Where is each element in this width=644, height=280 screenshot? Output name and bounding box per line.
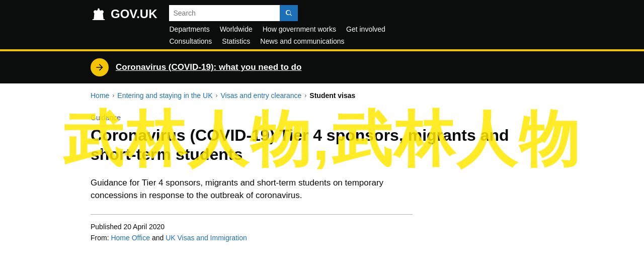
- breadcrumb-item-home: Home ›: [91, 91, 114, 100]
- breadcrumb-current: Student visas: [309, 91, 355, 100]
- page-description: Guidance for Tier 4 sponsors, migrants a…: [91, 176, 413, 202]
- from-meta: From: Home Office and UK Visas and Immig…: [91, 234, 553, 242]
- breadcrumb-item-entering: Entering and staying in the UK ›: [117, 91, 217, 100]
- chevron-icon: ›: [304, 92, 306, 99]
- nav-departments[interactable]: Departments: [169, 25, 209, 33]
- site-header: GOV.UK Departments Worldwide How governm…: [0, 0, 644, 51]
- from-home-office[interactable]: Home Office: [111, 234, 150, 242]
- search-nav-area: Departments Worldwide How government wor…: [169, 5, 553, 49]
- content-divider: [91, 214, 413, 215]
- svg-point-1: [98, 8, 99, 10]
- breadcrumb-item-visas: Visas and entry clearance ›: [220, 91, 306, 100]
- search-input[interactable]: [169, 5, 280, 21]
- nav-statistics[interactable]: Statistics: [222, 37, 250, 45]
- published-meta: Published 20 April 2020: [91, 223, 553, 231]
- gov-uk-logo[interactable]: GOV.UK: [91, 5, 157, 21]
- main-nav: Departments Worldwide How government wor…: [169, 25, 553, 37]
- search-row: [169, 5, 553, 25]
- search-button[interactable]: [280, 5, 298, 21]
- covid-banner: Coronavirus (COVID-19): what you need to…: [0, 51, 644, 83]
- breadcrumb-item-student-visas: Student visas: [309, 91, 355, 100]
- logo-text: GOV.UK: [111, 7, 157, 21]
- crown-icon: [91, 7, 107, 21]
- from-label: From:: [91, 234, 109, 242]
- published-date-value: 20 April 2020: [123, 223, 165, 231]
- breadcrumb: Home › Entering and staying in the UK › …: [91, 91, 553, 100]
- nav-how-gov-works[interactable]: How government works: [263, 25, 336, 33]
- nav-get-involved[interactable]: Get involved: [346, 25, 385, 33]
- published-label: Published: [91, 223, 122, 231]
- nav-news-communications[interactable]: News and communications: [260, 37, 344, 45]
- breadcrumb-area: Home › Entering and staying in the UK › …: [80, 83, 564, 104]
- from-uk-visas[interactable]: UK Visas and Immigration: [166, 234, 247, 242]
- nav-consultations[interactable]: Consultations: [169, 37, 212, 45]
- and-text: and: [152, 234, 166, 242]
- svg-rect-0: [93, 19, 105, 20]
- covid-link[interactable]: Coronavirus (COVID-19): what you need to…: [116, 62, 301, 72]
- content-area: Guidance Coronavirus (COVID-19) Tier 4 s…: [91, 114, 553, 245]
- breadcrumb-link-visas[interactable]: Visas and entry clearance: [220, 91, 301, 100]
- breadcrumb-link-entering[interactable]: Entering and staying in the UK: [117, 91, 212, 100]
- main-content: Guidance Coronavirus (COVID-19) Tier 4 s…: [80, 104, 564, 265]
- chevron-icon: ›: [215, 92, 217, 99]
- guidance-label: Guidance: [91, 114, 553, 122]
- secondary-nav: Consultations Statistics News and commun…: [169, 37, 553, 49]
- search-icon: [285, 9, 293, 17]
- arrow-circle-icon: [91, 58, 109, 76]
- nav-worldwide[interactable]: Worldwide: [220, 25, 253, 33]
- arrow-right-icon: [95, 62, 105, 72]
- chevron-icon: ›: [112, 92, 114, 99]
- page-title: Coronavirus (COVID-19) Tier 4 sponsors, …: [91, 126, 553, 164]
- breadcrumb-link-home[interactable]: Home: [91, 91, 109, 100]
